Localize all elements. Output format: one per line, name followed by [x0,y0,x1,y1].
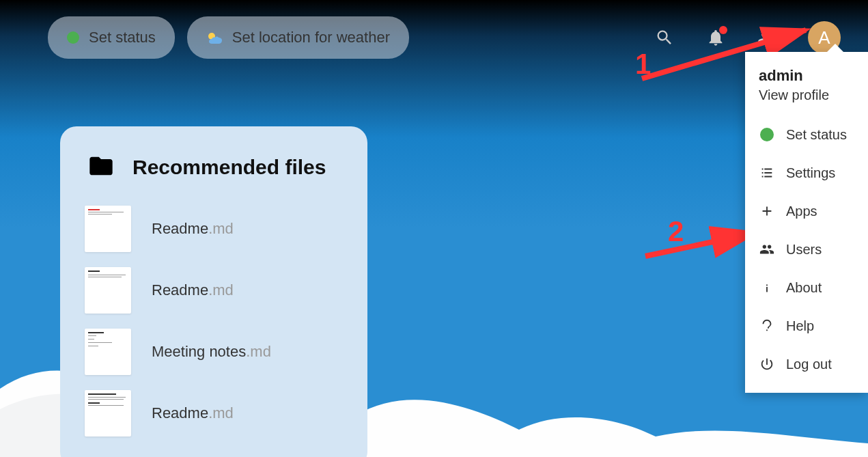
power-icon [759,356,775,372]
notification-badge-icon [719,26,727,34]
menu-apps[interactable]: Apps [745,192,868,230]
file-name: Readme.md [152,220,234,238]
file-thumbnail-icon [85,206,131,252]
menu-set-status[interactable]: Set status [745,115,868,154]
menu-label: About [786,280,822,296]
weather-icon [206,29,223,46]
info-icon [759,279,775,296]
menu-label: Settings [786,165,835,181]
file-row[interactable]: Readme.md [85,267,343,314]
dropdown-username: admin [759,67,854,85]
menu-about[interactable]: About [745,268,868,307]
file-thumbnail-icon [85,329,131,375]
set-status-label: Set status [89,29,156,46]
file-row[interactable]: Readme.md [85,206,343,252]
folder-icon [85,152,117,182]
file-thumbnail-icon [85,267,131,314]
menu-label: Help [786,318,814,334]
menu-label: Set status [786,127,847,143]
file-name: Readme.md [152,281,234,299]
search-icon[interactable] [654,27,675,48]
view-profile-link[interactable]: View profile [759,87,854,103]
user-dropdown: admin View profile Set status Settings A… [745,52,868,393]
set-weather-pill[interactable]: Set location for weather [187,16,409,59]
status-dot-icon [759,126,775,143]
users-icon [759,241,775,258]
file-name: Meeting notes.md [152,343,271,361]
file-thumbnail-icon [85,390,131,437]
plus-icon [759,203,775,219]
file-name: Readme.md [152,404,234,422]
menu-settings[interactable]: Settings [745,154,868,192]
menu-label: Apps [786,204,817,219]
top-icons: A [654,21,854,54]
set-status-pill[interactable]: Set status [48,16,175,59]
question-icon [759,318,775,334]
recommended-files-card: Recommended files Readme.md Readme.md Me… [60,126,367,457]
menu-logout[interactable]: Log out [745,345,868,383]
file-row[interactable]: Readme.md [85,390,343,437]
contacts-icon[interactable] [757,27,777,48]
menu-users[interactable]: Users [745,230,868,268]
top-bar: Set status Set location for weather A [0,0,868,75]
file-row[interactable]: Meeting notes.md [85,329,343,375]
card-header: Recommended files [85,152,343,182]
dropdown-header: admin View profile [745,64,868,115]
card-title: Recommended files [132,156,326,179]
settings-list-icon [759,165,775,181]
status-dot-icon [67,31,79,44]
set-weather-label: Set location for weather [232,29,390,46]
menu-label: Users [786,242,822,258]
notifications-icon[interactable] [705,27,726,48]
menu-label: Log out [786,357,832,372]
menu-help[interactable]: Help [745,307,868,345]
